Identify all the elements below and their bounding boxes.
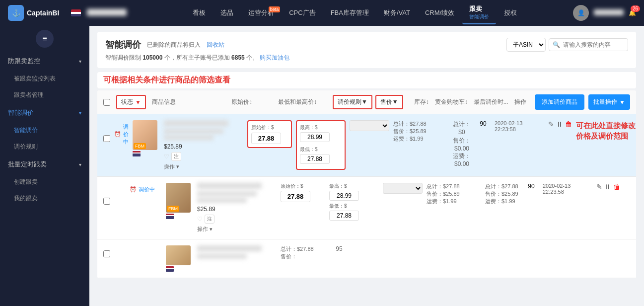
sidebar-item-price-rule[interactable]: 调价规则	[0, 139, 89, 155]
nav-auth[interactable]: 授权	[497, 5, 524, 20]
sidebar-toggle[interactable]: ≡	[36, 30, 54, 48]
row2-rule-select[interactable]	[383, 183, 423, 194]
sale-price-filter-btn[interactable]: 售价▼	[375, 95, 403, 109]
inventory-header: 库存↕	[414, 98, 429, 106]
search-bar: 子ASIN 🔍	[506, 38, 628, 52]
row2-pause-icon[interactable]: ⏸	[604, 183, 611, 191]
logo-text: CaptainBI	[27, 9, 59, 17]
row3-product-thumb	[166, 245, 191, 265]
row2-status: ⏰ 调价中	[130, 185, 155, 194]
cart-header: 黄金购物车↕	[435, 98, 468, 106]
row2-product-name[interactable]	[197, 183, 277, 190]
notification-bell[interactable]: 🔔 26	[629, 9, 636, 16]
nav-items: 看板 选品 运营分析 beta CPC广告 FBA库存管理 财务/VAT CRM…	[137, 1, 573, 24]
nav-selection[interactable]: 选品	[214, 5, 240, 20]
sidebar-item-anti-follow[interactable]: 防跟卖监控 ▾	[0, 52, 89, 71]
notification-badge: 26	[631, 5, 640, 12]
row1-ops-btn[interactable]: 操作 ▾	[164, 163, 179, 169]
row1-inventory: 总计：$0 售价：$0.00 运费：$0.00	[452, 120, 472, 167]
sidebar-item-create-follow[interactable]: 创建跟卖	[0, 174, 89, 190]
table-row-2: ⏰ 调价中 FBM	[97, 177, 636, 239]
row1-cart-info: 总计：$27.88 售价：$25.89 运费：$1.99	[393, 120, 448, 143]
row2-min-price: 27.88	[329, 211, 359, 221]
add-product-button[interactable]: 添加调价商品	[535, 94, 584, 110]
row2-rule-cell	[383, 183, 423, 194]
batch-ops-button[interactable]: 批量操作 ▼	[588, 94, 630, 110]
row1-pause-icon[interactable]: ⏸	[556, 120, 563, 128]
row2-product-detail2	[197, 198, 277, 204]
row1-price-box: 原始价：$	[247, 120, 292, 148]
row1-product-name[interactable]	[164, 120, 243, 128]
sidebar-group-smart-price: 智能调价 ▾ 智能调价 调价规则	[0, 103, 89, 155]
row1-delete-icon[interactable]: 🗑	[565, 120, 572, 128]
header-actions: 添加调价商品 批量操作 ▼	[535, 94, 630, 110]
nav-analysis[interactable]: 运营分析 beta	[241, 5, 281, 20]
row2-checkbox[interactable]	[103, 198, 110, 205]
sidebar-item-follower-manage[interactable]: 跟卖者管理	[0, 87, 89, 103]
product-col-header: 商品信息	[152, 98, 176, 106]
us-flag-1	[133, 151, 141, 156]
main-content: 智能调价 已删除的商品将归入 回收站 子ASIN 🔍 智能调价限制 105	[89, 26, 644, 306]
row2-product-detail1	[197, 191, 277, 197]
sidebar-item-my-follow[interactable]: 我的跟卖	[0, 190, 89, 207]
app-logo[interactable]: ⚓ CaptainBI	[8, 5, 59, 21]
nav-dashboard[interactable]: 看板	[186, 5, 213, 20]
row2-price-label: 原始价：$	[281, 183, 325, 190]
note-btn-1[interactable]: 注	[171, 152, 181, 161]
table-row-3: 总计：$27.88 售价： 95	[97, 239, 636, 278]
row2-product-actions: ♡ 注	[197, 215, 277, 224]
row1-original-price-input[interactable]	[251, 133, 281, 144]
note-btn-2[interactable]: 注	[205, 215, 215, 224]
language-flag[interactable]	[71, 9, 81, 16]
buy-link[interactable]: 购买加油包	[260, 54, 289, 61]
status-filter-btn[interactable]: 状态 ▼	[116, 95, 146, 109]
sidebar-group-batch-follow: 批量定时跟卖 ▾ 创建跟卖 我的跟卖	[0, 155, 89, 207]
clock-icon-1: ⏰	[114, 131, 121, 138]
row3-inventory: 95	[329, 245, 349, 252]
nav-cpc[interactable]: CPC广告	[282, 5, 322, 20]
sidebar-item-smart-price-item[interactable]: 智能调价	[0, 122, 89, 139]
heart-icon-1[interactable]: ♡	[164, 153, 169, 160]
row2-sale-info: 总计：$27.88 售价：$25.89 运费：$1.99	[485, 183, 520, 205]
row1-max-price-input[interactable]	[300, 132, 330, 142]
row2-ops-btn[interactable]: 操作 ▾	[197, 226, 213, 232]
table-container: 状态 ▼ 商品信息 原始价↕ 最低和最高价↕ 调价规则▼	[97, 90, 636, 278]
row3-product-detail	[197, 254, 277, 260]
row3-checkbox[interactable]	[103, 250, 110, 257]
page-title-row: 智能调价 已删除的商品将归入 回收站 子ASIN 🔍	[105, 38, 628, 52]
row1-product-info: $25.89 ♡ 注 操作 ▾	[164, 120, 243, 170]
search-icon: 🔍	[553, 41, 560, 48]
rule-filter-btn[interactable]: 调价规则▼	[333, 95, 372, 109]
heart-icon-2[interactable]: ♡	[197, 216, 203, 223]
row3-product-name[interactable]	[197, 245, 277, 253]
sidebar-item-batch-follow[interactable]: 批量定时跟卖 ▾	[0, 155, 89, 174]
nav-follow[interactable]: 跟卖 智能调价	[462, 1, 496, 24]
user-account[interactable]	[87, 9, 127, 17]
user-avatar[interactable]: 👤	[573, 5, 589, 21]
sidebar: ≡ 防跟卖监控 ▾ 被跟卖监控列表 跟卖者管理 智能调价 ▾ 智能调价 调价规则…	[0, 26, 89, 306]
row1-rule-select[interactable]	[350, 120, 389, 131]
nav-right: 👤 🔔 26	[573, 5, 636, 21]
chevron-icon-3: ▾	[79, 162, 81, 167]
status-caret-icon: ▼	[135, 99, 141, 106]
row2-delete-icon[interactable]: 🗑	[613, 183, 620, 191]
annotation-2: 可在此处直接修改 价格及调价范围	[576, 120, 636, 141]
last-time-header: 最后调价时...	[474, 98, 508, 106]
search-input[interactable]	[549, 38, 628, 51]
row1-checkbox[interactable]	[103, 135, 110, 142]
sidebar-item-monitor-list[interactable]: 被跟卖监控列表	[0, 71, 89, 87]
product-image-3	[166, 245, 191, 265]
row1-edit-icon[interactable]: ✎	[548, 120, 554, 128]
sidebar-group-anti-follow: 防跟卖监控 ▾ 被跟卖监控列表 跟卖者管理	[0, 52, 89, 103]
asin-select[interactable]: 子ASIN	[506, 38, 546, 52]
row1-min-price-input[interactable]	[300, 154, 330, 164]
row2-edit-icon[interactable]: ✎	[596, 183, 602, 191]
recycle-link[interactable]: 回收站	[207, 41, 224, 49]
row1-minmax-box: 最高：$ 最低：$	[296, 120, 346, 170]
nav-fba[interactable]: FBA库存管理	[324, 5, 376, 20]
nav-crm[interactable]: CRM/绩效	[418, 5, 461, 20]
nav-finance[interactable]: 财务/VAT	[377, 5, 417, 20]
sidebar-item-smart-price[interactable]: 智能调价 ▾	[0, 103, 89, 122]
top-navigation: ⚓ CaptainBI 看板 选品 运营分析 beta CPC广告 FBA库存管…	[0, 0, 644, 26]
select-all-checkbox[interactable]	[103, 99, 110, 106]
